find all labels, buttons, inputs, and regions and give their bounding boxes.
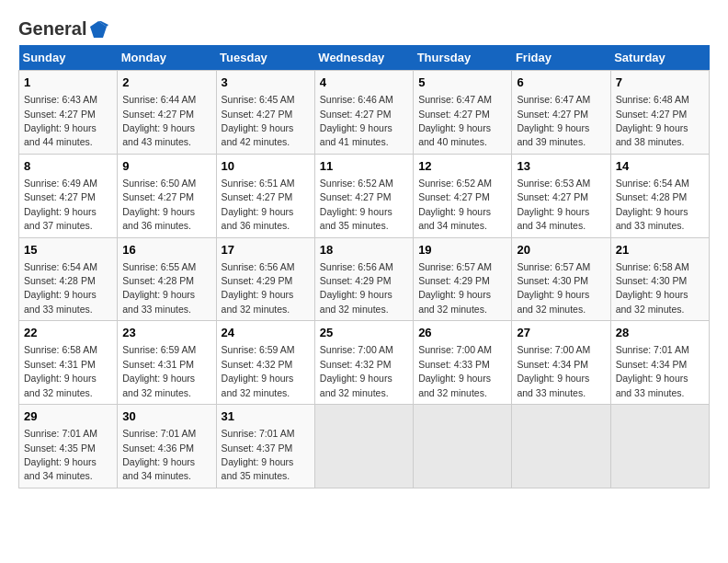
day-number: 15 [24,242,112,259]
day-number: 18 [320,242,408,259]
day-info: Sunrise: 7:01 AMSunset: 4:34 PMDaylight:… [616,344,689,397]
weekday-header-sunday: Sunday [19,45,118,71]
day-number: 11 [320,158,408,175]
empty-cell [314,405,413,488]
calendar-day-22: 22 Sunrise: 6:58 AMSunset: 4:31 PMDaylig… [19,321,118,405]
day-info: Sunrise: 6:56 AMSunset: 4:29 PMDaylight:… [320,261,393,315]
day-info: Sunrise: 7:00 AMSunset: 4:34 PMDaylight:… [517,344,590,397]
calendar-day-29: 29 Sunrise: 7:01 AMSunset: 4:35 PMDaylig… [19,405,118,488]
calendar-day-2: 2 Sunrise: 6:44 AMSunset: 4:27 PMDayligh… [118,71,216,155]
calendar-week-5: 29 Sunrise: 7:01 AMSunset: 4:35 PMDaylig… [19,405,710,488]
calendar-day-28: 28 Sunrise: 7:01 AMSunset: 4:34 PMDaylig… [610,321,709,405]
weekday-header-wednesday: Wednesday [314,45,413,71]
calendar-day-20: 20 Sunrise: 6:57 AMSunset: 4:30 PMDaylig… [512,237,610,321]
day-number: 23 [122,325,210,341]
calendar-day-26: 26 Sunrise: 7:00 AMSunset: 4:33 PMDaylig… [414,321,512,405]
day-info: Sunrise: 7:00 AMSunset: 4:33 PMDaylight:… [418,344,492,397]
day-info: Sunrise: 7:01 AMSunset: 4:36 PMDaylight:… [122,428,196,481]
day-number: 19 [418,242,506,259]
day-info: Sunrise: 6:57 AMSunset: 4:29 PMDaylight:… [418,261,492,315]
weekday-header-friday: Friday [512,45,610,71]
calendar-day-19: 19 Sunrise: 6:57 AMSunset: 4:29 PMDaylig… [414,237,512,321]
calendar-day-15: 15 Sunrise: 6:54 AMSunset: 4:28 PMDaylig… [19,237,118,321]
calendar-day-3: 3 Sunrise: 6:45 AMSunset: 4:27 PMDayligh… [216,71,314,155]
calendar-header-row: SundayMondayTuesdayWednesdayThursdayFrid… [19,45,710,71]
day-number: 27 [517,325,605,341]
calendar-day-30: 30 Sunrise: 7:01 AMSunset: 4:36 PMDaylig… [118,405,216,488]
day-number: 20 [517,242,605,259]
day-number: 21 [616,242,704,259]
calendar-week-1: 1 Sunrise: 6:43 AMSunset: 4:27 PMDayligh… [19,71,710,155]
day-info: Sunrise: 6:51 AMSunset: 4:27 PMDaylight:… [222,178,295,231]
calendar-day-1: 1 Sunrise: 6:43 AMSunset: 4:27 PMDayligh… [19,71,118,155]
day-info: Sunrise: 6:52 AMSunset: 4:27 PMDaylight:… [418,178,492,231]
day-number: 8 [24,158,112,175]
day-number: 6 [517,75,605,91]
day-info: Sunrise: 6:56 AMSunset: 4:29 PMDaylight:… [222,261,295,315]
day-number: 29 [24,408,112,425]
day-number: 2 [122,75,210,91]
day-info: Sunrise: 6:57 AMSunset: 4:30 PMDaylight:… [517,261,590,315]
day-number: 13 [517,158,605,175]
day-info: Sunrise: 6:53 AMSunset: 4:27 PMDaylight:… [517,178,590,231]
day-number: 26 [418,325,506,341]
day-info: Sunrise: 6:48 AMSunset: 4:27 PMDaylight:… [616,94,689,147]
calendar-day-10: 10 Sunrise: 6:51 AMSunset: 4:27 PMDaylig… [216,154,314,237]
day-number: 22 [24,325,112,341]
day-info: Sunrise: 6:52 AMSunset: 4:27 PMDaylight:… [320,178,393,231]
calendar-day-5: 5 Sunrise: 6:47 AMSunset: 4:27 PMDayligh… [414,71,512,155]
day-info: Sunrise: 6:47 AMSunset: 4:27 PMDaylight:… [517,94,590,147]
day-number: 25 [320,325,408,341]
day-number: 28 [616,325,704,341]
day-number: 14 [616,158,704,175]
calendar-day-16: 16 Sunrise: 6:55 AMSunset: 4:28 PMDaylig… [118,237,216,321]
calendar-day-23: 23 Sunrise: 6:59 AMSunset: 4:31 PMDaylig… [118,321,216,405]
calendar-week-4: 22 Sunrise: 6:58 AMSunset: 4:31 PMDaylig… [19,321,710,405]
day-number: 24 [222,325,310,341]
day-number: 3 [222,75,310,91]
day-number: 31 [222,408,310,425]
day-info: Sunrise: 6:58 AMSunset: 4:31 PMDaylight:… [24,344,97,397]
day-info: Sunrise: 7:01 AMSunset: 4:35 PMDaylight:… [24,428,97,481]
day-info: Sunrise: 6:43 AMSunset: 4:27 PMDaylight:… [24,94,97,147]
calendar-day-6: 6 Sunrise: 6:47 AMSunset: 4:27 PMDayligh… [512,71,610,155]
day-number: 10 [222,158,310,175]
empty-cell [414,405,512,488]
calendar-day-8: 8 Sunrise: 6:49 AMSunset: 4:27 PMDayligh… [19,154,118,237]
calendar-week-2: 8 Sunrise: 6:49 AMSunset: 4:27 PMDayligh… [19,154,710,237]
day-info: Sunrise: 7:01 AMSunset: 4:37 PMDaylight:… [222,428,295,481]
day-info: Sunrise: 6:49 AMSunset: 4:27 PMDaylight:… [24,178,97,231]
calendar-day-12: 12 Sunrise: 6:52 AMSunset: 4:27 PMDaylig… [414,154,512,237]
day-number: 9 [122,158,210,175]
calendar-day-14: 14 Sunrise: 6:54 AMSunset: 4:28 PMDaylig… [610,154,709,237]
weekday-header-tuesday: Tuesday [216,45,314,71]
day-info: Sunrise: 6:55 AMSunset: 4:28 PMDaylight:… [122,261,196,315]
calendar-day-24: 24 Sunrise: 6:59 AMSunset: 4:32 PMDaylig… [216,321,314,405]
day-info: Sunrise: 6:50 AMSunset: 4:27 PMDaylight:… [122,178,196,231]
calendar-day-7: 7 Sunrise: 6:48 AMSunset: 4:27 PMDayligh… [610,71,709,155]
day-info: Sunrise: 6:46 AMSunset: 4:27 PMDaylight:… [320,94,393,147]
calendar-day-13: 13 Sunrise: 6:53 AMSunset: 4:27 PMDaylig… [512,154,610,237]
day-info: Sunrise: 7:00 AMSunset: 4:32 PMDaylight:… [320,344,393,397]
calendar-day-31: 31 Sunrise: 7:01 AMSunset: 4:37 PMDaylig… [216,405,314,488]
day-number: 12 [418,158,506,175]
logo-bird-icon [88,19,108,40]
calendar-day-21: 21 Sunrise: 6:58 AMSunset: 4:30 PMDaylig… [610,237,709,321]
day-info: Sunrise: 6:44 AMSunset: 4:27 PMDaylight:… [122,94,196,147]
calendar-week-3: 15 Sunrise: 6:54 AMSunset: 4:28 PMDaylig… [19,237,710,321]
logo: General [18,18,108,36]
weekday-header-thursday: Thursday [414,45,512,71]
day-number: 4 [320,75,408,91]
day-info: Sunrise: 6:54 AMSunset: 4:28 PMDaylight:… [616,178,689,231]
day-info: Sunrise: 6:47 AMSunset: 4:27 PMDaylight:… [418,94,492,147]
empty-cell [512,405,610,488]
empty-cell [610,405,709,488]
day-number: 7 [616,75,704,91]
weekday-header-saturday: Saturday [610,45,709,71]
calendar-day-4: 4 Sunrise: 6:46 AMSunset: 4:27 PMDayligh… [314,71,413,155]
day-number: 16 [122,242,210,259]
calendar-table: SundayMondayTuesdayWednesdayThursdayFrid… [18,45,710,488]
day-number: 5 [418,75,506,91]
day-info: Sunrise: 6:58 AMSunset: 4:30 PMDaylight:… [616,261,689,315]
calendar-day-17: 17 Sunrise: 6:56 AMSunset: 4:29 PMDaylig… [216,237,314,321]
